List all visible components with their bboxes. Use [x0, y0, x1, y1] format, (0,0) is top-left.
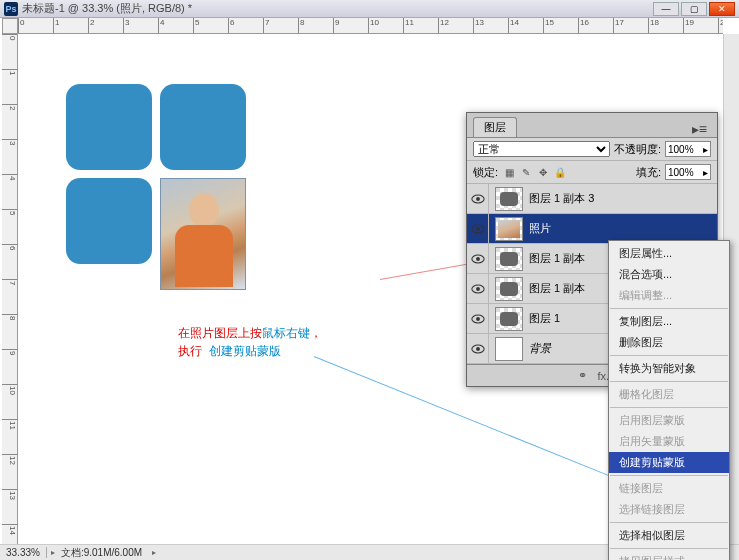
menu-item[interactable]: 创建剪贴蒙版 [609, 452, 729, 473]
title-bar: Ps 未标题-1 @ 33.3% (照片, RGB/8) * — ▢ ✕ [0, 0, 739, 18]
shape-tile-3 [66, 178, 152, 264]
layer-name: 图层 1 副本 3 [529, 191, 717, 206]
svg-point-3 [476, 227, 480, 231]
lock-icons: ▦ ✎ ✥ 🔒 [502, 165, 567, 179]
shape-tile-1 [66, 84, 152, 170]
layer-row[interactable]: 图层 1 副本 3 [467, 184, 717, 214]
svg-point-7 [476, 287, 480, 291]
menu-item[interactable]: 图层属性... [609, 243, 729, 264]
visibility-toggle[interactable] [467, 304, 489, 333]
lock-all-icon[interactable]: 🔒 [553, 165, 567, 179]
menu-item: 链接图层 [609, 478, 729, 499]
ruler-horizontal: 01234567891011121314151617181920 [18, 18, 723, 34]
menu-item[interactable]: 转换为智能对象 [609, 358, 729, 379]
menu-item: 拷贝图层样式 [609, 551, 729, 560]
layers-tab[interactable]: 图层 [473, 117, 517, 137]
visibility-toggle[interactable] [467, 244, 489, 273]
shape-tile-2 [160, 84, 246, 170]
menu-item: 启用矢量蒙版 [609, 431, 729, 452]
photo-placeholder [160, 178, 246, 290]
blend-mode-select[interactable]: 正常 [473, 141, 610, 157]
layer-thumbnail[interactable] [495, 307, 523, 331]
svg-point-11 [476, 347, 480, 351]
maximize-button[interactable]: ▢ [681, 2, 707, 16]
status-info-icon[interactable]: ▸ [152, 548, 156, 557]
lock-paint-icon[interactable]: ✎ [519, 165, 533, 179]
layer-thumbnail[interactable] [495, 277, 523, 301]
visibility-toggle[interactable] [467, 184, 489, 213]
annotation-text: 在照片图层上按鼠标右键， 执行 创建剪贴蒙版 [178, 324, 322, 360]
zoom-level[interactable]: 33.33% [0, 547, 47, 558]
menu-item: 选择链接图层 [609, 499, 729, 520]
panel-menu-icon[interactable]: ▸≡ [692, 121, 711, 137]
lock-transparent-icon[interactable]: ▦ [502, 165, 516, 179]
layer-name: 照片 [529, 221, 717, 236]
fill-label: 填充: [636, 165, 661, 180]
document-info: 文档:9.01M/6.00M [55, 546, 148, 560]
layer-context-menu: 图层属性...混合选项...编辑调整...复制图层...删除图层转换为智能对象栅… [608, 240, 730, 560]
menu-item: 编辑调整... [609, 285, 729, 306]
close-button[interactable]: ✕ [709, 2, 735, 16]
link-layers-icon[interactable]: ⚭ [578, 369, 587, 382]
lock-move-icon[interactable]: ✥ [536, 165, 550, 179]
opacity-label: 不透明度: [614, 142, 661, 157]
layer-thumbnail[interactable] [495, 187, 523, 211]
menu-item: 栅格化图层 [609, 384, 729, 405]
visibility-toggle[interactable] [467, 214, 489, 243]
menu-item[interactable]: 选择相似图层 [609, 525, 729, 546]
menu-item: 启用图层蒙版 [609, 410, 729, 431]
photoshop-icon: Ps [4, 2, 18, 16]
visibility-toggle[interactable] [467, 274, 489, 303]
ruler-vertical: 01234567891011121314 [2, 34, 18, 544]
visibility-toggle[interactable] [467, 334, 489, 363]
svg-point-1 [476, 197, 480, 201]
opacity-field[interactable]: 100%▸ [665, 141, 711, 157]
minimize-button[interactable]: — [653, 2, 679, 16]
fill-field[interactable]: 100%▸ [665, 164, 711, 180]
document-title: 未标题-1 @ 33.3% (照片, RGB/8) * [22, 1, 192, 16]
menu-item[interactable]: 混合选项... [609, 264, 729, 285]
layer-thumbnail[interactable] [495, 337, 523, 361]
svg-point-5 [476, 257, 480, 261]
lock-label: 锁定: [473, 165, 498, 180]
menu-item[interactable]: 复制图层... [609, 311, 729, 332]
layer-thumbnail[interactable] [495, 247, 523, 271]
layer-thumbnail[interactable] [495, 217, 523, 241]
ruler-corner [2, 18, 18, 34]
menu-item[interactable]: 删除图层 [609, 332, 729, 353]
svg-point-9 [476, 317, 480, 321]
